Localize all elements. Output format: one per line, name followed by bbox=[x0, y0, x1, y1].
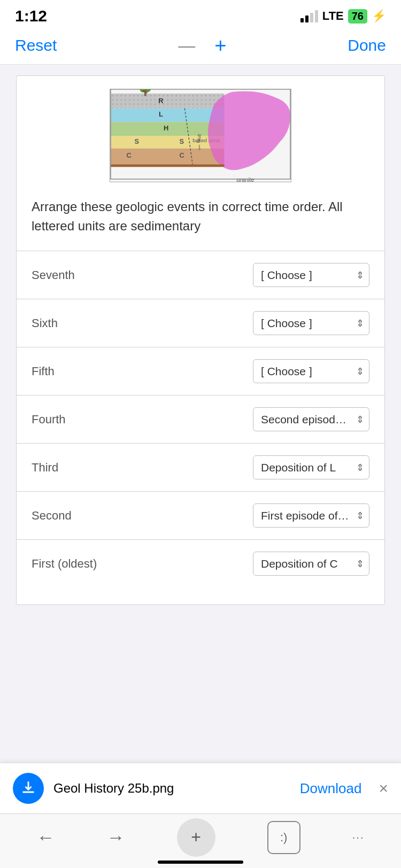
svg-rect-21 bbox=[111, 164, 225, 167]
status-bar: 1:12 LTE 76 ⚡ bbox=[0, 0, 401, 29]
label-third: Third bbox=[32, 461, 117, 475]
status-icons: LTE 76 ⚡ bbox=[300, 9, 386, 24]
row-sixth: Sixth [ Choose ] Second episode of fault… bbox=[32, 299, 369, 347]
select-wrapper-seventh: [ Choose ] Second episode of faulting De… bbox=[253, 263, 369, 287]
close-button[interactable]: × bbox=[379, 779, 388, 797]
select-third[interactable]: [ Choose ] Second episode of faulting De… bbox=[253, 455, 369, 479]
row-first: First (oldest) [ Choose ] Second episode… bbox=[32, 540, 369, 587]
forward-button[interactable]: → bbox=[107, 827, 125, 848]
reset-button[interactable]: Reset bbox=[15, 36, 57, 55]
label-second: Second bbox=[32, 509, 117, 523]
label-sixth: Sixth bbox=[32, 316, 117, 330]
svg-text:C: C bbox=[127, 152, 132, 160]
diagram-container: R 🌳 L H S S baked zone bbox=[32, 89, 369, 182]
select-wrapper-fifth: [ Choose ] Second episode of faulting De… bbox=[253, 359, 369, 383]
zoom-in-button[interactable]: + bbox=[214, 35, 226, 56]
svg-text:S: S bbox=[134, 137, 139, 145]
new-tab-button[interactable]: + bbox=[177, 818, 215, 857]
svg-text:🌳: 🌳 bbox=[138, 89, 153, 97]
select-wrapper-first: [ Choose ] Second episode of faulting De… bbox=[253, 552, 369, 576]
home-indicator bbox=[158, 861, 243, 864]
svg-rect-5 bbox=[111, 108, 225, 122]
lte-label: LTE bbox=[322, 9, 344, 23]
row-seventh: Seventh [ Choose ] Second episode of fau… bbox=[32, 251, 369, 299]
back-button[interactable]: ← bbox=[37, 827, 55, 848]
download-bar: Geol History 25b.png Download × bbox=[0, 763, 401, 813]
question-text: Arrange these geologic events in correct… bbox=[32, 197, 369, 236]
select-wrapper-sixth: [ Choose ] Second episode of faulting De… bbox=[253, 311, 369, 335]
status-time: 1:12 bbox=[15, 7, 47, 25]
bottom-toolbar: ← → + :) ··· bbox=[0, 813, 401, 868]
select-second[interactable]: [ Choose ] Second episode of faulting De… bbox=[253, 503, 369, 528]
select-wrapper-second: [ Choose ] Second episode of faulting De… bbox=[253, 503, 369, 528]
select-seventh[interactable]: [ Choose ] Second episode of faulting De… bbox=[253, 263, 369, 287]
label-fifth: Fifth bbox=[32, 365, 117, 378]
more-button[interactable]: ··· bbox=[352, 831, 365, 843]
select-sixth[interactable]: [ Choose ] Second episode of faulting De… bbox=[253, 311, 369, 335]
emoji-button[interactable]: :) bbox=[267, 821, 300, 854]
label-fourth: Fourth bbox=[32, 413, 117, 427]
row-third: Third [ Choose ] Second episode of fault… bbox=[32, 444, 369, 491]
select-fifth[interactable]: [ Choose ] Second episode of faulting De… bbox=[253, 359, 369, 383]
battery-indicator: 76 bbox=[348, 9, 367, 24]
download-circle-icon bbox=[13, 773, 44, 804]
geology-svg: R 🌳 L H S S baked zone bbox=[110, 89, 291, 182]
svg-text:R: R bbox=[158, 97, 164, 105]
download-arrow-icon bbox=[21, 781, 36, 796]
row-second: Second [ Choose ] Second episode of faul… bbox=[32, 492, 369, 539]
done-button[interactable]: Done bbox=[348, 36, 386, 55]
signal-icon bbox=[300, 10, 318, 22]
battery-icon: ⚡ bbox=[372, 9, 386, 23]
svg-text:H: H bbox=[164, 124, 168, 132]
geology-diagram: R 🌳 L H S S baked zone bbox=[110, 89, 291, 182]
main-content: R 🌳 L H S S baked zone bbox=[0, 65, 401, 744]
select-wrapper-third: [ Choose ] Second episode of faulting De… bbox=[253, 455, 369, 479]
select-wrapper-fourth: [ Choose ] Second episode of faulting De… bbox=[253, 407, 369, 431]
svg-rect-2 bbox=[111, 94, 225, 108]
row-fourth: Fourth [ Choose ] Second episode of faul… bbox=[32, 396, 369, 443]
nav-bar: Reset — + Done bbox=[0, 29, 401, 65]
select-first[interactable]: [ Choose ] Second episode of faulting De… bbox=[253, 552, 369, 576]
svg-text:S: S bbox=[179, 137, 184, 145]
download-button[interactable]: Download bbox=[300, 780, 362, 797]
zoom-controls: — + bbox=[178, 35, 226, 56]
zoom-out-button[interactable]: — bbox=[178, 37, 195, 54]
label-seventh: Seventh bbox=[32, 268, 117, 282]
question-rows: Seventh [ Choose ] Second episode of fau… bbox=[32, 251, 369, 587]
download-filename: Geol History 25b.png bbox=[53, 781, 290, 796]
svg-text:C: C bbox=[179, 152, 184, 160]
row-fifth: Fifth [ Choose ] Second episode of fault… bbox=[32, 347, 369, 395]
question-card: R 🌳 L H S S baked zone bbox=[16, 75, 385, 605]
select-fourth[interactable]: [ Choose ] Second episode of faulting De… bbox=[253, 407, 369, 431]
label-first: First (oldest) bbox=[32, 557, 117, 571]
svg-text:L: L bbox=[159, 110, 163, 118]
